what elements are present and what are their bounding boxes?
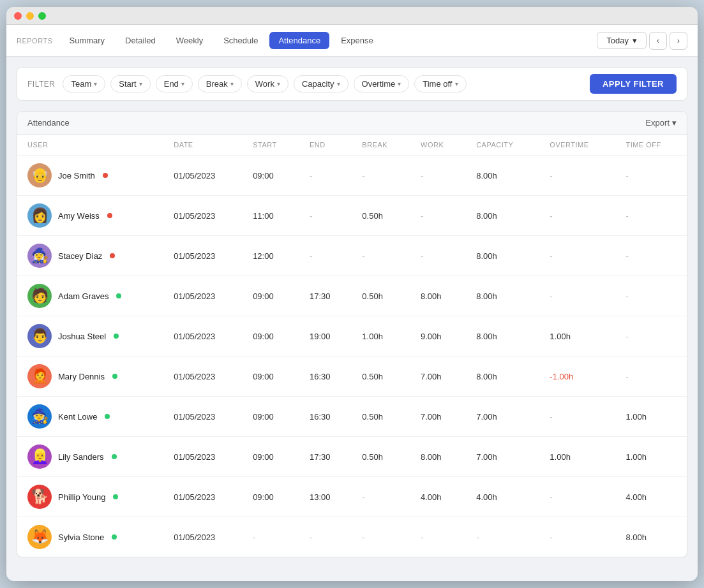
user-cell: 🧙‍♀️ Stacey Diaz bbox=[17, 236, 163, 276]
user-cell: 🧑 Adam Graves bbox=[17, 276, 163, 316]
user-cell: 👨 Joshua Steel bbox=[17, 316, 163, 356]
today-button[interactable]: Today ▾ bbox=[597, 32, 647, 49]
avatar: 🧙‍♀️ bbox=[27, 244, 52, 268]
user-cell: 🧑‍🦰 Mary Dennis bbox=[17, 356, 163, 397]
user-cell: 🦊 Sylvia Stone bbox=[17, 517, 163, 557]
filter-bar: FILTER Team ▾ Start ▾ End ▾ Break ▾ Work… bbox=[17, 67, 687, 101]
status-indicator bbox=[114, 334, 119, 339]
col-work: WORK bbox=[410, 135, 466, 156]
chevron-down-icon: ▾ bbox=[398, 80, 401, 87]
table-row: 🧙 Kent Lowe 01/05/202309:0016:300.50h7.0… bbox=[17, 397, 687, 437]
tab-detailed[interactable]: Detailed bbox=[116, 32, 165, 49]
chevron-down-icon: ▾ bbox=[672, 118, 677, 128]
user-name: Sylvia Stone bbox=[58, 533, 104, 542]
overtime-filter[interactable]: Overtime ▾ bbox=[354, 75, 410, 92]
col-start: START bbox=[243, 135, 299, 156]
team-filter[interactable]: Team ▾ bbox=[63, 75, 105, 92]
table-row: 👴 Joe Smith 01/05/202309:00---8.00h-- bbox=[17, 156, 687, 196]
user-cell: 🐕 Phillip Young bbox=[17, 477, 163, 517]
user-name: Joe Smith bbox=[58, 171, 95, 180]
table-row: 👱‍♀️ Lily Sanders 01/05/202309:0017:300.… bbox=[17, 437, 687, 477]
status-indicator bbox=[113, 494, 118, 499]
tab-expense[interactable]: Expense bbox=[332, 32, 382, 49]
close-button[interactable] bbox=[14, 12, 22, 20]
table-header-row: USER DATE START END BREAK WORK CAPACITY … bbox=[17, 135, 687, 156]
chevron-down-icon: ▾ bbox=[181, 80, 184, 87]
status-indicator bbox=[103, 173, 108, 178]
user-cell: 🧙 Kent Lowe bbox=[17, 397, 163, 437]
user-name: Amy Weiss bbox=[58, 211, 100, 221]
avatar: 🧙 bbox=[27, 404, 52, 429]
reports-label: REPORTS bbox=[17, 37, 52, 45]
avatar: 🦊 bbox=[27, 525, 52, 549]
avatar: 👩 bbox=[27, 203, 52, 228]
avatar: 👱‍♀️ bbox=[27, 445, 52, 469]
capacity-filter[interactable]: Capacity ▾ bbox=[294, 75, 348, 92]
status-indicator bbox=[112, 534, 117, 540]
col-capacity: CAPACITY bbox=[466, 135, 539, 156]
col-user: USER bbox=[17, 135, 163, 156]
user-cell: 👩 Amy Weiss bbox=[17, 196, 163, 236]
tab-summary[interactable]: Summary bbox=[60, 32, 114, 49]
minimize-button[interactable] bbox=[26, 12, 34, 20]
avatar: 👨 bbox=[27, 324, 52, 348]
status-indicator bbox=[116, 293, 121, 298]
tab-schedule[interactable]: Schedule bbox=[214, 32, 267, 49]
break-filter[interactable]: Break ▾ bbox=[198, 75, 242, 92]
col-date: DATE bbox=[163, 135, 243, 156]
table-row: 🧑 Adam Graves 01/05/202309:0017:300.50h8… bbox=[17, 276, 687, 316]
end-filter[interactable]: End ▾ bbox=[156, 75, 193, 92]
col-overtime: OVERTIME bbox=[539, 135, 615, 156]
next-date-button[interactable]: › bbox=[670, 32, 687, 50]
chevron-down-icon: ▾ bbox=[230, 80, 234, 87]
user-name: Joshua Steel bbox=[58, 332, 106, 341]
status-indicator bbox=[110, 253, 115, 258]
user-name: Phillip Young bbox=[58, 492, 105, 502]
app-window: REPORTS Summary Detailed Weekly Schedule… bbox=[6, 7, 698, 581]
status-indicator bbox=[107, 213, 112, 218]
status-indicator bbox=[112, 454, 117, 459]
avatar: 🐕 bbox=[27, 485, 52, 509]
tab-attendance[interactable]: Attendance bbox=[269, 32, 329, 49]
chevron-down-icon: ▾ bbox=[455, 80, 458, 87]
user-cell: 👴 Joe Smith bbox=[17, 156, 163, 196]
table-row: 🦊 Sylvia Stone 01/05/2023------8.00h bbox=[17, 517, 687, 557]
nav-bar: REPORTS Summary Detailed Weekly Schedule… bbox=[6, 25, 698, 57]
col-end: END bbox=[299, 135, 352, 156]
export-button[interactable]: Export ▾ bbox=[645, 118, 677, 128]
attendance-table-section: Attendance Export ▾ USER DATE START END … bbox=[17, 111, 687, 557]
title-bar bbox=[6, 7, 698, 25]
col-time-off: TIME OFF bbox=[615, 135, 687, 156]
chevron-down-icon: ▾ bbox=[94, 80, 97, 87]
start-filter[interactable]: Start ▾ bbox=[110, 75, 150, 92]
table-row: 🐕 Phillip Young 01/05/202309:0013:00-4.0… bbox=[17, 477, 687, 517]
col-break: BREAK bbox=[352, 135, 410, 156]
user-name: Adam Graves bbox=[58, 291, 109, 301]
table-row: 🧙‍♀️ Stacey Diaz 01/05/202312:00---8.00h… bbox=[17, 236, 687, 276]
attendance-table: USER DATE START END BREAK WORK CAPACITY … bbox=[17, 135, 687, 557]
time-off-filter[interactable]: Time off ▾ bbox=[414, 75, 466, 92]
chevron-down-icon: ▾ bbox=[277, 80, 280, 87]
filter-label: FILTER bbox=[27, 80, 55, 89]
user-name: Kent Lowe bbox=[58, 412, 97, 422]
prev-date-button[interactable]: ‹ bbox=[649, 32, 667, 50]
work-filter[interactable]: Work ▾ bbox=[247, 75, 288, 92]
nav-tabs: REPORTS Summary Detailed Weekly Schedule… bbox=[17, 32, 382, 49]
table-row: 🧑‍🦰 Mary Dennis 01/05/202309:0016:300.50… bbox=[17, 356, 687, 397]
tab-weekly[interactable]: Weekly bbox=[167, 32, 212, 49]
user-name: Mary Dennis bbox=[58, 372, 105, 381]
user-cell: 👱‍♀️ Lily Sanders bbox=[17, 437, 163, 477]
user-name: Stacey Diaz bbox=[58, 251, 102, 261]
chevron-down-icon: ▾ bbox=[139, 80, 142, 87]
user-name: Lily Sanders bbox=[58, 452, 104, 462]
chevron-down-icon: ▾ bbox=[633, 36, 637, 45]
apply-filter-button[interactable]: APPLY FILTER bbox=[590, 74, 677, 94]
chevron-down-icon: ▾ bbox=[337, 80, 340, 87]
status-indicator bbox=[112, 374, 117, 379]
status-indicator bbox=[105, 414, 110, 419]
maximize-button[interactable] bbox=[38, 12, 46, 20]
avatar: 🧑 bbox=[27, 284, 52, 308]
section-title: Attendance bbox=[27, 118, 70, 128]
avatar: 🧑‍🦰 bbox=[27, 364, 52, 388]
avatar: 👴 bbox=[27, 163, 52, 187]
